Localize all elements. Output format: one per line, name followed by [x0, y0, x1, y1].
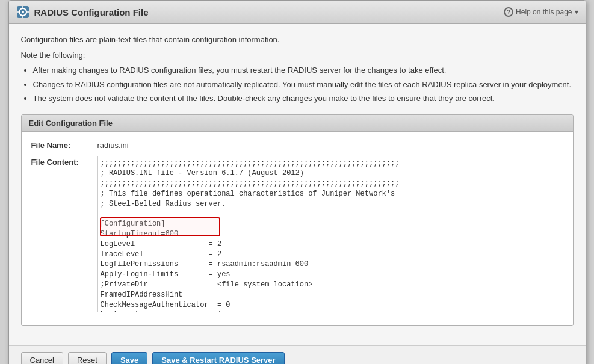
file-name-row: File Name: radius.ini: [31, 139, 563, 150]
dialog-footer: Cancel Reset Save Save & Restart RADIUS …: [9, 345, 586, 365]
header-left: RADIUS Configuration File: [16, 5, 149, 19]
info-bullet-1: After making changes to RADIUS configura…: [33, 64, 574, 76]
save-button[interactable]: Save: [111, 352, 147, 365]
edit-section-body: File Name: radius.ini File Content:: [22, 132, 573, 325]
reset-button[interactable]: Reset: [68, 352, 107, 365]
file-content-label: File Content:: [31, 156, 97, 167]
cancel-button[interactable]: Cancel: [21, 352, 63, 365]
svg-point-2: [22, 11, 24, 13]
info-bullets: After making changes to RADIUS configura…: [21, 64, 574, 105]
file-content-textarea[interactable]: [97, 156, 563, 312]
file-content-wrapper: [97, 156, 563, 312]
radius-config-dialog: RADIUS Configuration File ? Help on this…: [8, 0, 586, 364]
edit-configuration-section: Edit Configuration File File Name: radiu…: [21, 114, 574, 326]
note-label: Note the following:: [21, 49, 574, 61]
file-content-row: File Content:: [31, 156, 563, 312]
info-bullet-2: Changes to RADIUS configuration files ar…: [33, 79, 574, 91]
file-name-value: radius.ini: [97, 139, 129, 150]
dialog-title: RADIUS Configuration File: [34, 7, 149, 17]
save-restart-button[interactable]: Save & Restart RADIUS Server: [152, 352, 284, 365]
edit-section-title: Edit Configuration File: [22, 115, 573, 132]
help-label: Help on this page: [516, 8, 572, 16]
file-name-label: File Name:: [31, 139, 97, 150]
help-icon: ?: [504, 7, 513, 17]
dialog-body: Configuration files are plain-text files…: [9, 24, 586, 345]
info-description: Configuration files are plain-text files…: [21, 34, 574, 46]
info-section: Configuration files are plain-text files…: [21, 34, 574, 105]
help-link[interactable]: ? Help on this page ▾: [504, 7, 578, 17]
help-chevron-icon: ▾: [575, 8, 578, 16]
dialog-header: RADIUS Configuration File ? Help on this…: [9, 1, 586, 24]
radius-icon: [16, 5, 29, 19]
info-bullet-3: The system does not validate the content…: [33, 93, 574, 105]
